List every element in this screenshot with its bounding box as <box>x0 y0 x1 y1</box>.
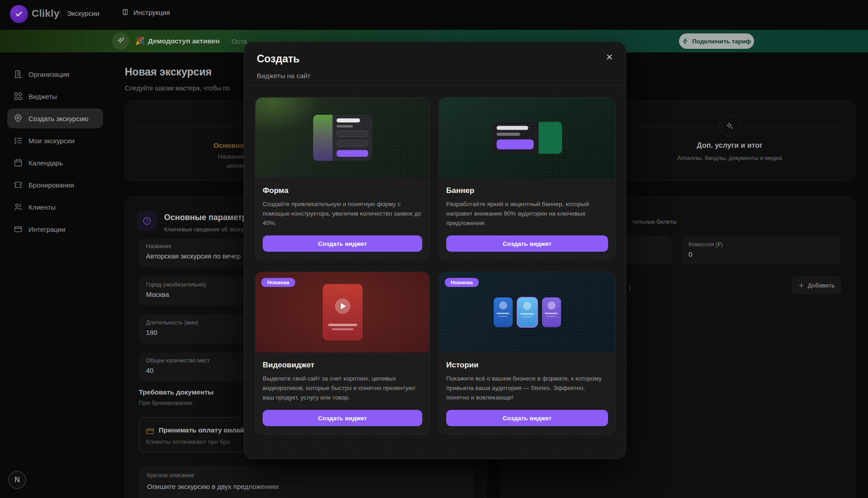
new-badge: Новинка <box>261 278 295 287</box>
widget-cards-grid: Форма Создайте привлекательную и понятну… <box>255 97 616 435</box>
create-widget-button-stories[interactable]: Создать виджет <box>446 410 608 426</box>
create-widget-button-banner[interactable]: Создать виджет <box>446 235 608 252</box>
widget-description: Разработайте яркий и акцентный баннер, к… <box>446 200 608 230</box>
play-icon <box>335 299 350 314</box>
modal-title: Создать <box>257 53 300 65</box>
form-art <box>255 98 429 178</box>
widget-title: Истории <box>446 361 608 370</box>
create-widget-button-form[interactable]: Создать виджет <box>263 235 422 252</box>
video-mockup <box>323 284 363 341</box>
widget-description: Создайте привлекательную и понятную форм… <box>263 200 422 230</box>
banner-art <box>439 98 615 178</box>
widget-title: Баннер <box>446 186 608 195</box>
form-mockup <box>313 115 372 161</box>
stories-art: Новинка <box>439 272 615 352</box>
widget-card-form: Форма Создайте привлекательную и понятну… <box>255 97 430 260</box>
widget-title: Форма <box>263 186 422 195</box>
video-art: Новинка <box>255 272 429 352</box>
create-widget-button-video[interactable]: Создать виджет <box>263 410 422 426</box>
widget-title: Видеовиджет <box>263 361 422 370</box>
widget-description: Выделите свой сайт за счет коротких, цел… <box>263 374 422 404</box>
widget-card-banner: Баннер Разработайте яркий и акцентный ба… <box>439 97 616 260</box>
create-widget-modal: Создать ✕ Виджеты на сайт Форма <box>244 42 626 459</box>
modal-header-divider <box>244 85 626 86</box>
widget-card-stories: Новинка Истории Покажите всё о вашем биз… <box>439 272 616 435</box>
new-badge: Новинка <box>445 278 479 287</box>
modal-subtitle: Виджеты на сайт <box>257 72 311 80</box>
close-icon[interactable]: ✕ <box>604 50 615 64</box>
banner-mockup <box>492 122 562 154</box>
widget-description: Покажите всё о вашем бизнесе в формате, … <box>446 374 608 404</box>
widget-card-video: Новинка Видеовиджет Выделите свой сайт з… <box>255 272 430 435</box>
